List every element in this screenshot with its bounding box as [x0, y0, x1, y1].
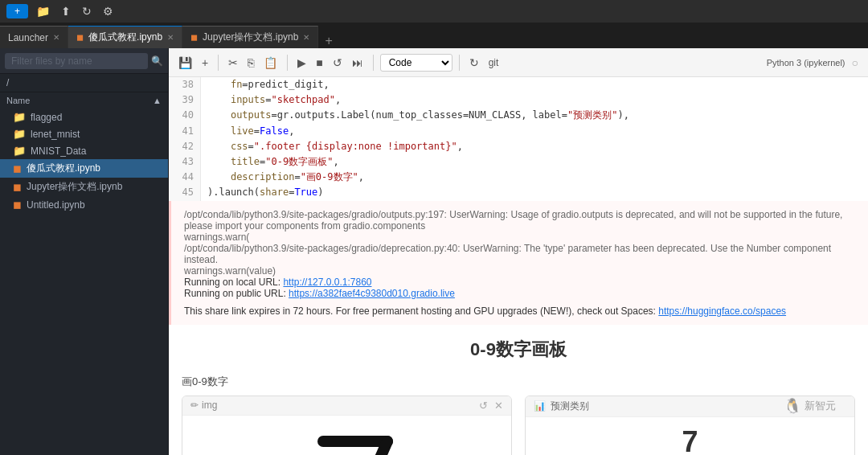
- toolbar-separator-3: [373, 55, 374, 71]
- canvas-icons: ↺ ✕: [479, 400, 503, 412]
- ipynb-icon-untitled: ◼: [13, 199, 22, 211]
- ipynb-icon-tutorial: ◼: [13, 162, 22, 174]
- public-url-link[interactable]: https://a382faef4c9380d010.gradio.live: [289, 288, 455, 299]
- pencil-icon: ✏: [190, 400, 199, 411]
- tab-ipynb-docs[interactable]: ◼ Jupyter操作文档.ipynb ✕: [182, 26, 318, 48]
- canvas-refresh-icon[interactable]: ↺: [479, 400, 488, 412]
- paste-button[interactable]: 📋: [260, 55, 280, 71]
- folder-icon[interactable]: 📁: [33, 3, 53, 19]
- upload-icon[interactable]: ⬆: [58, 3, 74, 19]
- spaces-url-link[interactable]: https://huggingface.co/spaces: [658, 305, 786, 317]
- canvas-header: ✏ img ↺ ✕: [182, 396, 511, 416]
- canvas-close-icon[interactable]: ✕: [494, 400, 503, 412]
- canvas-drawing-area[interactable]: [182, 416, 511, 456]
- sidebar-items: 📁 flagged 📁 lenet_mnist 📁 MNIST_Data ◼ 傻…: [0, 109, 168, 455]
- tab-close-main[interactable]: ✕: [167, 33, 174, 42]
- run-button[interactable]: ▶: [294, 55, 309, 71]
- gradio-title: 0-9数字画板: [182, 338, 855, 362]
- notebook-content: 38 39 40 41 42 43 44 45 fn=predict_digit…: [169, 77, 868, 455]
- canvas-box: ✏ img ↺ ✕: [182, 396, 512, 456]
- tab-label-docs: Jupyter操作文档.ipynb: [203, 31, 298, 44]
- sidebar-item-lenet[interactable]: 📁 lenet_mnist: [0, 125, 168, 142]
- watermark: 🐧 新智元: [784, 397, 836, 415]
- sidebar-path: /: [0, 74, 168, 92]
- sidebar-item-flagged[interactable]: 📁 flagged: [0, 109, 168, 125]
- ipynb-icon: ◼: [76, 32, 84, 43]
- settings-icon[interactable]: ⚙: [100, 3, 117, 19]
- tab-close-docs[interactable]: ✕: [303, 33, 309, 42]
- search-icon: 🔍: [151, 55, 163, 67]
- toolbar-separator-1: [218, 55, 219, 71]
- ipynb-docs-icon: ◼: [190, 32, 198, 43]
- toolbar-separator-4: [459, 55, 460, 71]
- digit-svg: [283, 417, 411, 455]
- refresh-icon[interactable]: ↻: [79, 3, 95, 19]
- sidebar-item-tutorial[interactable]: ◼ 傻瓜式教程.ipynb: [0, 159, 168, 178]
- notebook-area: 💾 + ✂ ⎘ 📋 ▶ ■ ↺ ⏭ Code Markdown Raw ↻ gi…: [169, 48, 868, 455]
- top-bar: + + 📁 ⬆ ↻ ⚙: [0, 0, 868, 23]
- toolbar-separator-2: [287, 55, 288, 71]
- cut-button[interactable]: ✂: [225, 55, 241, 71]
- output-area: /opt/conda/lib/python3.9/site-packages/g…: [169, 201, 868, 325]
- run-all-button[interactable]: ⏭: [349, 55, 366, 71]
- sort-icon[interactable]: ▲: [153, 96, 162, 105]
- search-input[interactable]: [5, 53, 148, 69]
- watermark-text: 新智元: [805, 399, 836, 413]
- gradio-draw-label: 画0-9数字: [182, 375, 855, 389]
- chart-icon: 📊: [534, 400, 546, 412]
- sidebar-section-header: Name ▲: [0, 92, 168, 109]
- refresh-kernel-button[interactable]: ↻: [466, 55, 482, 71]
- kernel-status: Python 3 (ipykernel): [767, 58, 845, 68]
- tab-ipynb-main[interactable]: ◼ 傻瓜式教程.ipynb ✕: [68, 26, 182, 48]
- sidebar: 🔍 / Name ▲ 📁 flagged 📁 lenet_mnist 📁 MNI…: [0, 48, 169, 455]
- gradio-ui: 0-9数字画板 画0-9数字 ✏ img ↺: [169, 325, 868, 456]
- notebook-toolbar: 💾 + ✂ ⎘ 📋 ▶ ■ ↺ ⏭ Code Markdown Raw ↻ gi…: [169, 48, 868, 77]
- folder-icon-mnist: 📁: [13, 145, 26, 157]
- restart-button[interactable]: ↺: [330, 55, 346, 71]
- main-layout: 🔍 / Name ▲ 📁 flagged 📁 lenet_mnist 📁 MNI…: [0, 48, 868, 455]
- tab-launcher[interactable]: Launcher ✕: [0, 26, 68, 48]
- ipynb-icon-docs: ◼: [13, 181, 22, 193]
- code-content[interactable]: fn=predict_digit, inputs="sketchpad", ou…: [201, 77, 868, 201]
- sidebar-item-untitled[interactable]: ◼ Untitled.ipynb: [0, 196, 168, 213]
- prediction-big-number: 7: [537, 425, 843, 456]
- tab-add-button[interactable]: +: [318, 34, 338, 48]
- sidebar-item-docs[interactable]: ◼ Jupyter操作文档.ipynb: [0, 178, 168, 196]
- gradio-row: ✏ img ↺ ✕: [182, 396, 855, 456]
- save-button[interactable]: 💾: [175, 55, 195, 71]
- folder-icon-lenet: 📁: [13, 128, 26, 140]
- copy-button[interactable]: ⎘: [244, 55, 257, 71]
- add-cell-button[interactable]: +: [199, 55, 211, 71]
- kernel-circle-button[interactable]: ○: [849, 55, 862, 71]
- canvas-label: ✏ img: [190, 400, 217, 411]
- new-button[interactable]: + +: [6, 4, 28, 18]
- tab-label: Launcher: [8, 32, 48, 43]
- folder-icon-flagged: 📁: [13, 111, 26, 123]
- plus-icon: +: [14, 6, 20, 17]
- code-cell: 38 39 40 41 42 43 44 45 fn=predict_digit…: [169, 77, 868, 201]
- stop-button[interactable]: ■: [313, 55, 326, 71]
- watermark-emoji: 🐧: [784, 397, 801, 415]
- local-url-link[interactable]: http://127.0.0.1:7860: [283, 277, 371, 288]
- tab-label-main: 傻瓜式教程.ipynb: [88, 31, 162, 44]
- canvas-column: ✏ img ↺ ✕: [182, 396, 512, 456]
- sidebar-item-mnist[interactable]: 📁 MNIST_Data: [0, 142, 168, 159]
- sidebar-toolbar: 🔍: [0, 48, 168, 74]
- line-numbers: 38 39 40 41 42 43 44 45: [169, 77, 201, 201]
- tab-bar: Launcher ✕ ◼ 傻瓜式教程.ipynb ✕ ◼ Jupyter操作文档…: [0, 23, 868, 48]
- tab-close-launcher[interactable]: ✕: [53, 33, 59, 42]
- git-button[interactable]: git: [485, 55, 502, 70]
- cell-type-select[interactable]: Code Markdown Raw: [380, 54, 452, 72]
- prediction-content: 7 7 99% 1 0% 4 0% 2 0%: [526, 417, 854, 456]
